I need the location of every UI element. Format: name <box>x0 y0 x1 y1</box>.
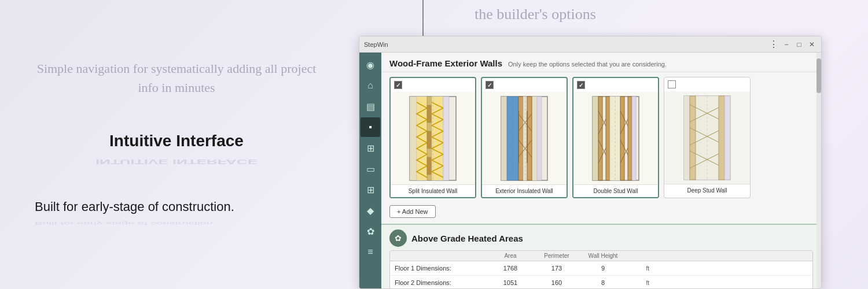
sidebar-item-stairs[interactable]: ▤ <box>361 97 380 116</box>
window-close-button[interactable]: ✕ <box>807 40 816 49</box>
floor1-area: 1768 <box>487 265 534 272</box>
svg-rect-1 <box>410 97 417 180</box>
scrollbar[interactable] <box>816 53 821 289</box>
wall-card-double-stud[interactable]: ✓ <box>572 77 659 198</box>
floor2-wall-height: 8 <box>580 279 626 286</box>
svg-rect-11 <box>501 97 507 180</box>
check-icon: ✓ <box>579 82 583 88</box>
card-checkbox-double[interactable]: ✓ <box>577 81 585 89</box>
above-grade-header: ✿ Above Grade Heated Areas <box>381 225 821 250</box>
check-icon: ✓ <box>487 82 492 88</box>
svg-rect-5 <box>427 131 432 149</box>
sidebar-item-grid[interactable]: ⊞ <box>361 180 380 199</box>
card-label-exterior: Exterior Insulated Wall <box>482 184 567 197</box>
svg-rect-45 <box>690 96 696 180</box>
sidebar-item-drop[interactable]: ◆ <box>361 201 380 220</box>
sidebar-item-door[interactable]: ▭ <box>361 159 380 179</box>
window-menu-icon[interactable]: ⋮ <box>769 39 778 50</box>
col-wall-height-header: Wall Height <box>580 253 626 259</box>
window-maximize-button[interactable]: □ <box>795 40 804 49</box>
card-label-split: Split Insulated Wall <box>391 184 475 197</box>
above-grade-icon: ✿ <box>389 229 407 247</box>
col-unit-header <box>626 253 649 259</box>
floor2-perimeter: 160 <box>534 279 580 286</box>
floor1-unit: ft <box>626 265 649 272</box>
built-description-text: Built for early-stage of construction. <box>35 199 318 214</box>
wall-card-exterior-insulated[interactable]: ✓ <box>481 77 568 198</box>
floor1-wall-height: 9 <box>580 265 626 272</box>
left-panel: Simple navigation for systematically add… <box>0 0 353 289</box>
intuitive-interface-title: Intuitive Interface <box>35 132 318 150</box>
svg-rect-14 <box>518 97 523 180</box>
svg-rect-8 <box>443 97 449 180</box>
sidebar-item-list[interactable]: ≡ <box>361 242 380 262</box>
card-image-double <box>573 92 658 184</box>
floor1-label: Floor 1 Dimensions: <box>395 265 487 272</box>
sidebar-item-window[interactable]: ⊞ <box>361 138 380 158</box>
floor-dimensions-table: Area Perimeter Wall Height Floor 1 Dimen… <box>389 250 813 288</box>
window-controls: ⋮ − □ ✕ <box>769 39 816 50</box>
svg-rect-40 <box>632 97 636 180</box>
sidebar-item-gear[interactable]: ✿ <box>361 221 380 241</box>
card-image-exterior <box>482 92 567 184</box>
svg-rect-16 <box>527 97 532 180</box>
app-window: StepWin ⋮ − □ ✕ ◉ ⌂ ▤ ▪ ⊞ ▭ ⊞ ◆ ✿ ≡ Wood… <box>359 36 822 289</box>
wood-frame-title: Wood-Frame Exterior Walls <box>389 58 502 68</box>
scrollbar-thumb[interactable] <box>816 58 821 93</box>
card-checkbox-split[interactable]: ✓ <box>394 81 402 89</box>
top-right-tagline: the builder's options <box>475 6 596 23</box>
app-body: ◉ ⌂ ▤ ▪ ⊞ ▭ ⊞ ◆ ✿ ≡ Wood-Frame Exterior … <box>359 53 821 288</box>
above-grade-section: ✿ Above Grade Heated Areas Area Perimete… <box>381 224 821 288</box>
window-title: StepWin <box>364 41 388 48</box>
add-new-button[interactable]: + Add New <box>389 205 436 218</box>
built-description-reflection: Built for early-stage of construction. <box>35 221 318 226</box>
col-area-header: Area <box>487 253 534 259</box>
svg-rect-6 <box>427 157 432 175</box>
card-label-double: Double Stud Wall <box>573 184 658 197</box>
svg-rect-32 <box>606 97 610 180</box>
card-label-deep: Deep Stud Wall <box>664 184 750 197</box>
col-perimeter-header: Perimeter <box>534 253 580 259</box>
svg-rect-23 <box>537 97 542 180</box>
floor2-label: Floor 2 Dimensions: <box>395 279 487 286</box>
card-image-split <box>391 92 475 184</box>
floor1-perimeter: 173 <box>534 265 580 272</box>
window-minimize-button[interactable]: − <box>782 40 791 49</box>
title-bar: StepWin ⋮ − □ ✕ <box>359 36 821 53</box>
floor2-unit: ft <box>626 280 649 286</box>
wood-frame-subtitle: Only keep the options selected that you … <box>508 61 667 68</box>
above-grade-title: Above Grade Heated Areas <box>411 234 523 243</box>
svg-rect-27 <box>598 97 602 180</box>
wood-frame-section-header: Wood-Frame Exterior Walls Only keep the … <box>381 53 821 72</box>
wall-card-deep-stud[interactable]: Deep Stud Wall <box>664 77 751 198</box>
nav-description-text: Simple navigation for systematically add… <box>35 59 318 97</box>
card-image-deep <box>664 91 750 184</box>
sidebar: ◉ ⌂ ▤ ▪ ⊞ ▭ ⊞ ◆ ✿ ≡ <box>359 53 381 288</box>
check-icon: ✓ <box>396 82 400 88</box>
sidebar-item-location[interactable]: ◉ <box>361 55 380 75</box>
wall-cards-container: ✓ <box>381 72 821 203</box>
sidebar-item-wall[interactable]: ▪ <box>361 117 380 137</box>
card-checkbox-deep[interactable] <box>668 80 676 88</box>
svg-rect-43 <box>684 96 690 180</box>
svg-rect-26 <box>593 97 598 180</box>
card-checkbox-exterior[interactable]: ✓ <box>486 81 494 89</box>
intuitive-interface-reflection: INTUITIVE INTERFACE <box>35 158 318 165</box>
svg-rect-52 <box>719 96 724 180</box>
floor2-area: 1051 <box>487 279 534 286</box>
svg-rect-53 <box>724 96 730 180</box>
col-label <box>395 253 487 259</box>
main-content: Wood-Frame Exterior Walls Only keep the … <box>381 53 821 288</box>
svg-rect-34 <box>620 97 624 180</box>
sidebar-item-home[interactable]: ⌂ <box>361 76 380 95</box>
svg-rect-39 <box>628 97 632 180</box>
wall-card-split-insulated[interactable]: ✓ <box>389 77 476 198</box>
